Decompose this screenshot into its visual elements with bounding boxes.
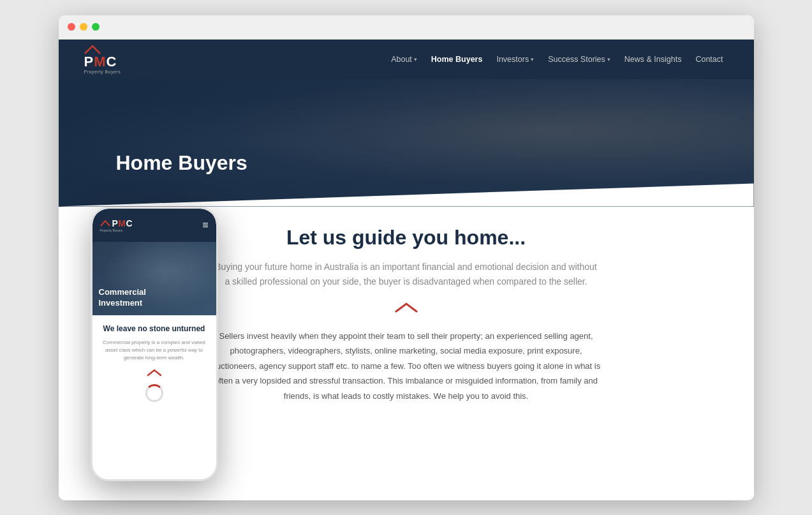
phone-hero-text: Commercial Investment — [99, 287, 146, 309]
site-navbar: PMC Property Buyers About ▾ Home Buyers … — [59, 40, 754, 79]
nav-item-contact[interactable]: Contact — [690, 52, 728, 66]
hero-overlay — [59, 79, 754, 207]
nav-item-news[interactable]: News & Insights — [619, 52, 687, 66]
loading-spinner — [145, 384, 163, 402]
hamburger-menu-icon[interactable]: ≡ — [202, 220, 208, 231]
main-subtext: Buying your future home in Australia is … — [215, 260, 598, 290]
hero-banner: Home Buyers — [59, 79, 754, 207]
mobile-mockup: PMC Property Buyers ≡ Commercial Investm… — [91, 207, 218, 481]
logo-area[interactable]: PMC Property Buyers — [84, 45, 121, 74]
phone-inner: PMC Property Buyers ≡ Commercial Investm… — [92, 209, 216, 479]
phone-section-text: Commercial property is a complex and var… — [101, 339, 207, 362]
nav-item-investors[interactable]: Investors ▾ — [491, 52, 539, 66]
phone-logo: PMC Property Buyers — [100, 218, 133, 232]
hero-title: Home Buyers — [116, 151, 247, 175]
chevron-down-icon: ▾ — [607, 56, 610, 63]
chevron-down-icon: ▾ — [531, 56, 534, 63]
chevron-down-icon: ▾ — [414, 56, 417, 63]
logo-sub: Property Buyers — [84, 70, 121, 74]
phone-loader — [101, 384, 207, 402]
phone-outer: PMC Property Buyers ≡ Commercial Investm… — [91, 207, 218, 481]
nav-item-success-stories[interactable]: Success Stories ▾ — [543, 52, 616, 66]
body-text: Sellers invest heavily when they appoint… — [209, 329, 604, 403]
phone-section-title: We leave no stone unturned — [101, 324, 207, 334]
browser-chrome — [59, 15, 754, 40]
logo-text: PMC — [84, 55, 117, 69]
phone-hero: Commercial Investment — [92, 242, 216, 315]
phone-navbar: PMC Property Buyers ≡ — [92, 209, 216, 242]
phone-logo-text: PMC — [112, 218, 133, 228]
nav-item-home-buyers[interactable]: Home Buyers — [426, 52, 488, 66]
nav-item-about[interactable]: About ▾ — [386, 52, 422, 66]
phone-chevron-icon — [101, 368, 207, 379]
phone-logo-roof-icon — [100, 220, 110, 227]
minimize-dot[interactable] — [80, 23, 87, 31]
phone-body: We leave no stone unturned Commercial pr… — [92, 315, 216, 412]
nav-links: About ▾ Home Buyers Investors ▾ Success … — [386, 52, 728, 66]
close-dot[interactable] — [68, 23, 75, 31]
phone-logo-sub: Property Buyers — [100, 228, 133, 232]
maximize-dot[interactable] — [92, 23, 100, 31]
